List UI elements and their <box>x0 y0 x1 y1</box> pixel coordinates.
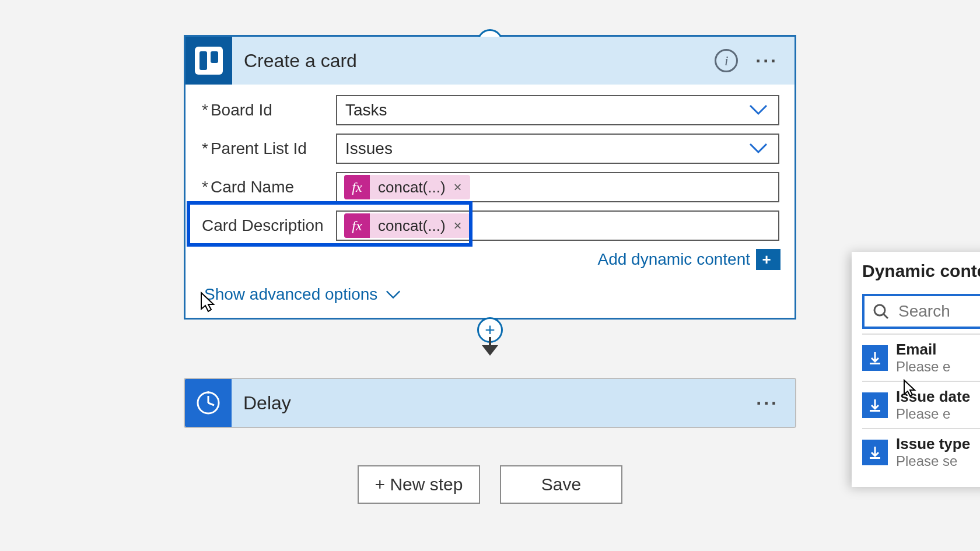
plus-icon[interactable]: + <box>756 249 777 270</box>
info-icon[interactable]: i <box>715 49 738 72</box>
svg-rect-6 <box>870 363 880 364</box>
new-step-button[interactable]: + New step <box>358 465 480 504</box>
fx-icon: fx <box>344 175 370 199</box>
svg-point-3 <box>207 391 209 394</box>
action-header[interactable]: Create a card i ··· <box>186 37 794 85</box>
dynamic-item-issue-type[interactable]: Issue type Please se <box>862 428 980 475</box>
dynamic-item-issue-date[interactable]: Issue date Please e <box>862 381 980 428</box>
remove-token-icon[interactable]: × <box>452 217 464 234</box>
dynamic-item-title: Issue type <box>896 435 970 453</box>
action-title: Create a card <box>232 50 715 72</box>
label-parent-list-id: *Parent List Id <box>201 139 336 158</box>
form-field-icon <box>862 440 888 465</box>
clock-icon <box>185 379 232 427</box>
more-icon[interactable]: ··· <box>756 392 779 414</box>
more-icon[interactable]: ··· <box>755 50 778 72</box>
input-card-name[interactable]: fx concat(...) × <box>336 172 779 202</box>
show-advanced-options[interactable]: Show advanced options <box>201 285 401 304</box>
dynamic-content-tab[interactable]: Dynamic content <box>862 261 980 281</box>
action-create-card: Create a card i ··· *Board Id Tasks <box>184 35 796 320</box>
dynamic-item-sub: Please e <box>896 406 970 422</box>
label-board-id: *Board Id <box>201 101 336 120</box>
dynamic-search-input[interactable] <box>897 301 980 321</box>
dynamic-item-title: Issue date <box>896 388 970 406</box>
label-card-description: Card Description <box>201 216 336 235</box>
remove-token-icon[interactable]: × <box>452 179 464 195</box>
show-advanced-label: Show advanced options <box>204 285 377 304</box>
dynamic-search[interactable] <box>862 294 980 329</box>
add-dynamic-label: Add dynamic content <box>598 250 751 269</box>
action-body: *Board Id Tasks *Parent List Id Issues <box>186 85 794 318</box>
token-label: concat(...) <box>370 217 452 235</box>
form-field-icon <box>862 392 888 418</box>
svg-point-4 <box>874 305 885 315</box>
action-delay[interactable]: Delay ··· <box>184 378 796 428</box>
token-label: concat(...) <box>370 178 452 196</box>
field-board-id: *Board Id Tasks <box>201 95 779 125</box>
expression-token[interactable]: fx concat(...) × <box>344 175 470 199</box>
chevron-down-icon <box>386 290 401 299</box>
value-board-id: Tasks <box>345 101 387 120</box>
delay-header[interactable]: Delay ··· <box>185 379 795 427</box>
arrow-down-icon <box>482 345 498 356</box>
dynamic-item-title: Email <box>896 341 950 359</box>
svg-rect-7 <box>870 410 880 412</box>
chevron-down-icon[interactable] <box>749 101 768 120</box>
field-parent-list-id: *Parent List Id Issues <box>201 134 779 164</box>
dynamic-item-sub: Please e <box>896 359 950 375</box>
bottom-buttons: + New step Save <box>184 465 796 504</box>
expression-token[interactable]: fx concat(...) × <box>344 213 470 238</box>
svg-line-2 <box>208 403 214 405</box>
value-parent-list-id: Issues <box>345 139 393 158</box>
input-parent-list-id[interactable]: Issues <box>336 134 779 164</box>
add-dynamic-content[interactable]: Add dynamic content + <box>201 249 777 270</box>
label-card-name: *Card Name <box>201 178 336 196</box>
input-card-description[interactable]: fx concat(...) × <box>336 210 779 241</box>
chevron-down-icon[interactable] <box>749 139 768 158</box>
field-card-description: Card Description fx concat(...) × <box>201 210 779 241</box>
save-button[interactable]: Save <box>500 465 622 504</box>
insert-step-middle[interactable]: + <box>477 317 503 356</box>
dynamic-item-sub: Please se <box>896 453 970 469</box>
fx-icon: fx <box>344 213 370 238</box>
search-icon <box>873 303 889 320</box>
trello-icon <box>186 37 232 85</box>
field-card-name: *Card Name fx concat(...) × <box>201 172 779 202</box>
input-board-id[interactable]: Tasks <box>336 95 779 125</box>
svg-rect-8 <box>870 457 880 459</box>
form-field-icon <box>862 345 888 371</box>
delay-title: Delay <box>232 392 756 414</box>
dynamic-content-panel: Dynamic content Email Please e Issue dat… <box>852 252 980 487</box>
svg-line-5 <box>884 314 888 318</box>
dynamic-item-email[interactable]: Email Please e <box>862 334 980 381</box>
